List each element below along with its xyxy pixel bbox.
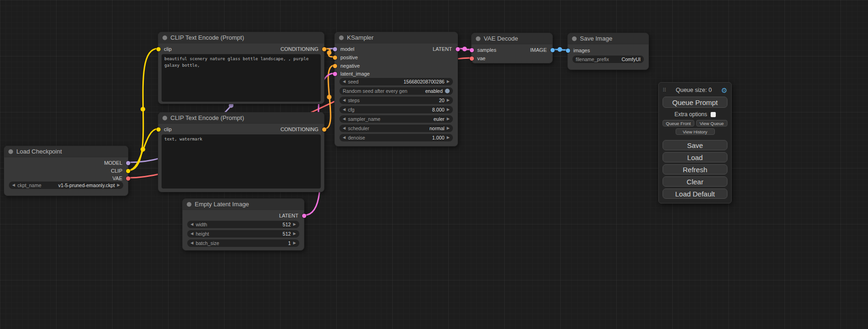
decrement-arrow-icon[interactable]: ◀	[343, 117, 346, 121]
output-slot-image: IMAGE	[472, 46, 552, 54]
node-load-checkpoint[interactable]: Load Checkpoint MODEL CLIP VAE ◀ ckpt_na…	[4, 146, 128, 196]
collapse-dot-icon[interactable]	[162, 116, 167, 120]
node-clip-text-encode-negative[interactable]: CLIP Text Encode (Prompt) clip CONDITION…	[158, 112, 325, 192]
extra-options-checkbox[interactable]	[711, 112, 716, 117]
widget-width[interactable]: ◀ width 512 ▶	[187, 221, 299, 228]
toggle-knob[interactable]	[445, 89, 450, 93]
decrement-arrow-icon[interactable]: ◀	[343, 126, 346, 130]
widget-sampler-name[interactable]: ◀ sampler_name euler ▶	[339, 115, 453, 123]
collapse-dot-icon[interactable]	[476, 36, 480, 41]
queue-prompt-button[interactable]: Queue Prompt	[663, 97, 727, 108]
collapse-dot-icon[interactable]	[572, 36, 577, 41]
widget-seed[interactable]: ◀ seed 156680208700286 ▶	[339, 78, 453, 85]
widget-filename-prefix[interactable]: filename_prefix ComfyUI	[572, 56, 644, 63]
collapse-dot-icon[interactable]	[339, 35, 344, 40]
view-history-button[interactable]: View History	[676, 128, 715, 135]
node-graph-canvas[interactable]: Load Checkpoint MODEL CLIP VAE ◀ ckpt_na…	[0, 0, 868, 329]
widget-height[interactable]: ◀ height 512 ▶	[187, 230, 299, 238]
increment-arrow-icon[interactable]: ▶	[447, 108, 450, 112]
node-empty-latent-image[interactable]: Empty Latent Image LATENT ◀ width 512 ▶ …	[182, 198, 304, 251]
increment-arrow-icon[interactable]: ▶	[447, 136, 450, 140]
link-dot	[557, 47, 562, 52]
widget-denoise[interactable]: ◀ denoise 1.000 ▶	[339, 134, 453, 141]
input-slot-positive: positive	[335, 54, 458, 61]
drag-handle-icon[interactable]: ⠿	[663, 87, 666, 93]
widget-random-seed-toggle[interactable]: Random seed after every gen enabled	[339, 87, 453, 95]
increment-arrow-icon[interactable]: ▶	[447, 98, 450, 102]
node-title-bar[interactable]: CLIP Text Encode (Prompt)	[158, 112, 324, 124]
widget-label: steps	[348, 98, 360, 103]
settings-gear-icon[interactable]: ⚙	[721, 87, 727, 94]
save-button[interactable]: Save	[663, 140, 727, 150]
prompt-textarea[interactable]: beautiful scenery nature glass bottle la…	[162, 54, 321, 102]
conditioning-input-port[interactable]	[333, 56, 337, 60]
node-title-bar[interactable]: KSampler	[335, 32, 458, 43]
increment-arrow-icon[interactable]: ▶	[293, 232, 296, 236]
vae-input-port[interactable]	[470, 56, 474, 61]
widget-value: euler	[433, 116, 444, 122]
vae-output-port[interactable]	[126, 176, 130, 181]
clear-button[interactable]: Clear	[663, 176, 727, 187]
widget-ckpt-name[interactable]: ◀ ckpt_name v1-5-pruned-emaonly.ckpt ▶	[9, 182, 123, 189]
node-title-bar[interactable]: CLIP Text Encode (Prompt)	[158, 32, 324, 43]
increment-arrow-icon[interactable]: ▶	[447, 80, 450, 84]
widget-value: 512	[282, 231, 291, 237]
clip-output-port[interactable]	[126, 169, 130, 173]
widget-value: ComfyUI	[621, 56, 641, 62]
load-button[interactable]: Load	[663, 152, 727, 162]
node-save-image[interactable]: Save Image images filename_prefix ComfyU…	[567, 33, 649, 70]
increment-arrow-icon[interactable]: ▶	[447, 126, 450, 130]
latent-input-port[interactable]	[333, 72, 337, 76]
decrement-arrow-icon[interactable]: ◀	[191, 223, 193, 226]
widget-label: seed	[348, 79, 359, 84]
node-title-bar[interactable]: VAE Decode	[472, 33, 552, 44]
decrement-arrow-icon[interactable]: ◀	[343, 136, 346, 140]
widget-batch-size[interactable]: ◀ batch_size 1 ▶	[187, 239, 299, 247]
decrement-arrow-icon[interactable]: ◀	[191, 241, 193, 245]
increment-arrow-icon[interactable]: ▶	[293, 241, 296, 245]
decrement-arrow-icon[interactable]: ◀	[191, 232, 193, 236]
link-dot	[462, 47, 467, 51]
widget-value: 1	[288, 240, 291, 246]
increment-arrow-icon[interactable]: ▶	[293, 223, 296, 226]
model-output-port[interactable]	[126, 161, 130, 165]
collapse-dot-icon[interactable]	[8, 149, 13, 154]
widget-cfg[interactable]: ◀ cfg 8.000 ▶	[339, 106, 453, 113]
node-title: VAE Decode	[484, 35, 518, 42]
node-clip-text-encode-positive[interactable]: CLIP Text Encode (Prompt) clip CONDITION…	[158, 32, 325, 104]
node-title-bar[interactable]: Load Checkpoint	[4, 146, 128, 157]
queue-front-button[interactable]: Queue Front	[663, 120, 694, 126]
widget-steps[interactable]: ◀ steps 20 ▶	[339, 97, 453, 104]
conditioning-input-port[interactable]	[333, 64, 337, 68]
conditioning-output-port[interactable]	[322, 47, 326, 51]
image-output-port[interactable]	[550, 48, 555, 52]
queue-panel[interactable]: ⠿ Queue size: 0 ⚙ Queue Prompt Extra opt…	[658, 82, 732, 203]
widget-scheduler[interactable]: ◀ scheduler normal ▶	[339, 125, 453, 132]
decrement-arrow-icon[interactable]: ◀	[343, 98, 346, 102]
latent-output-port[interactable]	[456, 47, 460, 51]
collapse-dot-icon[interactable]	[162, 35, 167, 40]
node-title-bar[interactable]: Empty Latent Image	[183, 199, 304, 210]
view-queue-button[interactable]: View Queue	[696, 120, 728, 126]
increment-arrow-icon[interactable]: ▶	[447, 117, 450, 121]
widget-value: normal	[430, 126, 445, 131]
node-ksampler[interactable]: KSampler model LATENT positive negative …	[334, 32, 458, 147]
slot-label: latent_image	[340, 71, 370, 77]
conditioning-output-port[interactable]	[322, 127, 326, 132]
node-vae-decode[interactable]: VAE Decode samples IMAGE vae	[471, 33, 553, 63]
increment-arrow-icon[interactable]: ▶	[117, 183, 120, 187]
link-dot	[141, 147, 145, 152]
node-title-bar[interactable]: Save Image	[568, 33, 649, 44]
prompt-textarea[interactable]: text, watermark	[162, 134, 321, 189]
output-slot-model: MODEL	[4, 159, 128, 167]
collapse-dot-icon[interactable]	[187, 202, 191, 207]
image-input-port[interactable]	[566, 49, 570, 53]
decrement-arrow-icon[interactable]: ◀	[343, 80, 346, 84]
panel-spacer	[663, 135, 727, 138]
input-slot-images: images	[568, 47, 649, 54]
decrement-arrow-icon[interactable]: ◀	[343, 108, 346, 112]
load-default-button[interactable]: Load Default	[663, 189, 727, 199]
refresh-button[interactable]: Refresh	[663, 164, 727, 175]
decrement-arrow-icon[interactable]: ◀	[12, 183, 15, 187]
latent-output-port[interactable]	[302, 214, 306, 218]
